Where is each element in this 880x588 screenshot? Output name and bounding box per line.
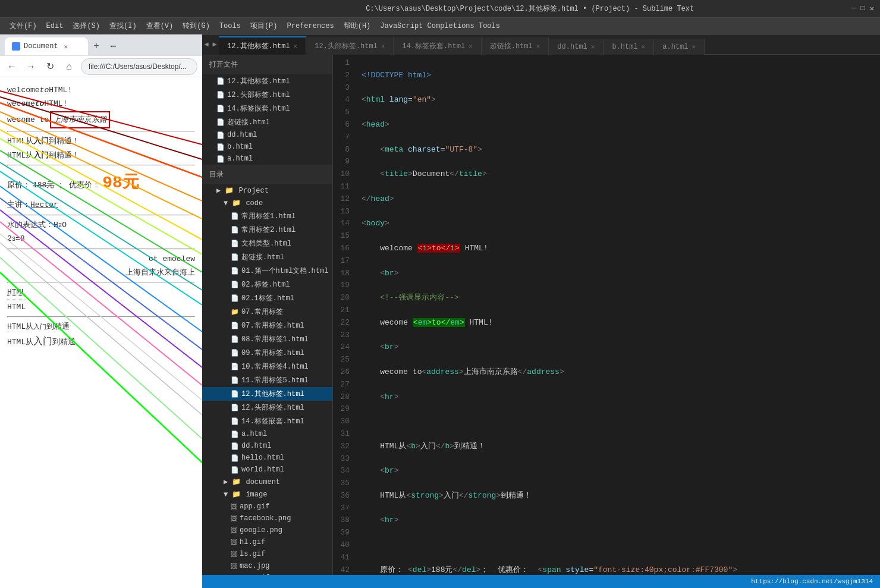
cf-11[interactable]: 📄09.常用标签.html	[202, 346, 332, 360]
collapse-btn[interactable]: ◀	[202, 34, 210, 55]
ln-20: 20	[335, 292, 350, 304]
cf-14-active[interactable]: 📄12.其他标签.html	[202, 387, 332, 401]
tab-close-dd[interactable]: ✕	[591, 43, 595, 51]
preview-hr1	[7, 131, 195, 132]
tab-a[interactable]: a.html ✕	[654, 39, 705, 55]
preview-span-html: HTML	[7, 300, 26, 314]
img-ls[interactable]: 🖼ls.gif	[202, 548, 332, 560]
tab-close-12-head[interactable]: ✕	[381, 42, 385, 50]
minimize-btn[interactable]: ─	[851, 4, 856, 13]
menu-tools[interactable]: Tools	[215, 21, 246, 32]
menu-js-completions[interactable]: JavaScript Completions Tools	[375, 21, 505, 32]
menu-view[interactable]: 查看(V)	[142, 20, 178, 32]
cf-7[interactable]: 📄02.1标签.html	[202, 291, 332, 305]
sidebar-file-14nested[interactable]: 📄14.标签嵌套.html	[202, 102, 332, 115]
menu-preferences[interactable]: Preferences	[282, 21, 338, 32]
browser-tab-close[interactable]: ✕	[64, 43, 68, 51]
sidebar-file-hyperlink[interactable]: 📄超链接.html	[202, 115, 332, 129]
ln-35: 35	[335, 477, 350, 490]
menu-help[interactable]: 帮助(H)	[339, 20, 376, 32]
menu-find[interactable]: 查找(I)	[105, 20, 142, 32]
sidebar-code-folder[interactable]: ▼ 📁code	[202, 197, 332, 209]
cf-10[interactable]: 📄08.常用标签1.html	[202, 332, 332, 346]
open-files-header[interactable]: 打开文件	[202, 55, 332, 74]
code-line-14: <hr>	[359, 391, 880, 404]
ln-9: 9	[335, 156, 350, 168]
tab-close-b[interactable]: ✕	[642, 43, 646, 51]
sidebar-file-dd[interactable]: 📄dd.html	[202, 129, 332, 141]
status-bar: https://blog.csdn.net/wsgjm1314	[202, 575, 880, 588]
cf-18[interactable]: 📄dd.html	[202, 440, 332, 452]
tab-dd[interactable]: dd.html ✕	[549, 39, 604, 55]
cf-6[interactable]: 📄02.标签.html	[202, 278, 332, 291]
menu-project[interactable]: 项目(P)	[246, 20, 282, 32]
cf-16[interactable]: 📄14.标签嵌套.html	[202, 414, 332, 428]
img-hl[interactable]: 🖼hl.gif	[202, 536, 332, 548]
menu-edit[interactable]: Edit	[42, 21, 68, 32]
preview-line-2: wecome to HTML!	[7, 97, 195, 111]
home-btn[interactable]: ⌂	[62, 59, 76, 74]
tab-b[interactable]: b.html ✕	[604, 39, 654, 55]
cf-15[interactable]: 📄12.头部标签.html	[202, 401, 332, 414]
cf-13[interactable]: 📄11.常用标签5.html	[202, 373, 332, 387]
tab-12-other[interactable]: 12.其他标签.html ✕	[219, 36, 306, 55]
preview-big-line: HTML从入门到精通	[7, 334, 195, 350]
sidebar-document-folder[interactable]: ▶ 📁document	[202, 476, 332, 488]
sidebar-file-12other[interactable]: 📄12.其他标签.html	[202, 74, 332, 88]
maximize-btn[interactable]: □	[861, 4, 865, 13]
ln-42: 42	[335, 564, 350, 575]
ln-5: 5	[335, 106, 350, 119]
tab-12-head[interactable]: 12.头部标签.html ✕	[306, 37, 394, 55]
folders-header[interactable]: 目录	[202, 165, 332, 184]
cf-17[interactable]: 📄a.html	[202, 428, 332, 440]
sidebar-file-a[interactable]: 📄a.html	[202, 153, 332, 165]
forward-btn[interactable]: →	[24, 59, 38, 74]
cf-2[interactable]: 📄常用标签2.html	[202, 223, 332, 237]
sidebar-file-b[interactable]: 📄b.html	[202, 141, 332, 153]
sidebar-project-folder[interactable]: ▶ 📁Project	[202, 184, 332, 197]
refresh-btn[interactable]: ↻	[43, 59, 57, 74]
ln-37: 37	[335, 502, 350, 515]
tab-close-14-nested[interactable]: ✕	[469, 42, 473, 50]
code-editor[interactable]: 1 2 3 4 5 6 7 8 9 10 11 12 13 14	[333, 55, 880, 575]
cf-4[interactable]: 📄超链接.html	[202, 250, 332, 264]
sidebar-image-folder[interactable]: ▼ 📁image	[202, 488, 332, 501]
menu-file[interactable]: 文件(F)	[5, 20, 42, 32]
browser-tab[interactable]: Document ✕	[5, 37, 88, 55]
cf-12[interactable]: 📄10.常用标签4.html	[202, 360, 332, 373]
sidebar-file-12head[interactable]: 📄12.头部标签.html	[202, 88, 332, 102]
expand-btn[interactable]: ▶	[210, 34, 219, 55]
window-controls[interactable]: ─ □ ✕	[851, 4, 874, 13]
cf-20[interactable]: 📄world.html	[202, 464, 332, 476]
img-facebook[interactable]: 🖼facebook.png	[202, 512, 332, 524]
img-mac[interactable]: 🖼mac.jpg	[202, 560, 332, 572]
cf-5[interactable]: 📄01.第一个html文档.html	[202, 264, 332, 278]
img-google[interactable]: 🖼google.png	[202, 524, 332, 536]
new-tab-btn[interactable]: +	[88, 38, 105, 55]
cf-3[interactable]: 📄文档类型.html	[202, 237, 332, 250]
cf-9[interactable]: 📄07.常用标签.html	[202, 319, 332, 332]
menu-goto[interactable]: 转到(G)	[178, 20, 215, 32]
menu-select[interactable]: 选择(S)	[68, 20, 105, 32]
cf-19[interactable]: 📄hello.html	[202, 452, 332, 464]
tab-hyperlink[interactable]: 超链接.html ✕	[482, 37, 549, 55]
tab-close-a[interactable]: ✕	[692, 43, 696, 51]
ln-38: 38	[335, 514, 350, 527]
preview-abbr-line: HTML	[7, 285, 195, 300]
cf-8[interactable]: 📁07.常用标签	[202, 305, 332, 319]
close-btn[interactable]: ✕	[870, 4, 874, 13]
code-line-3: <head>	[359, 119, 880, 131]
address-bar[interactable]	[81, 58, 197, 75]
tab-14-nested[interactable]: 14.标签嵌套.html ✕	[394, 37, 481, 55]
img-app[interactable]: 🖼app.gif	[202, 501, 332, 512]
tab-close-hyperlink[interactable]: ✕	[536, 42, 540, 50]
ln-7: 7	[335, 131, 350, 144]
back-btn[interactable]: ←	[5, 59, 19, 74]
code-line-8: welcome <i>to</i> HTML!	[359, 243, 880, 255]
more-tabs-btn[interactable]: ⋯	[105, 38, 121, 55]
preview-span-line: HTML	[7, 300, 195, 314]
tab-close-12-other[interactable]: ✕	[294, 42, 298, 50]
cf-1[interactable]: 📄常用标签1.html	[202, 209, 332, 223]
code-line-15	[359, 416, 880, 428]
ln-25: 25	[335, 354, 350, 366]
